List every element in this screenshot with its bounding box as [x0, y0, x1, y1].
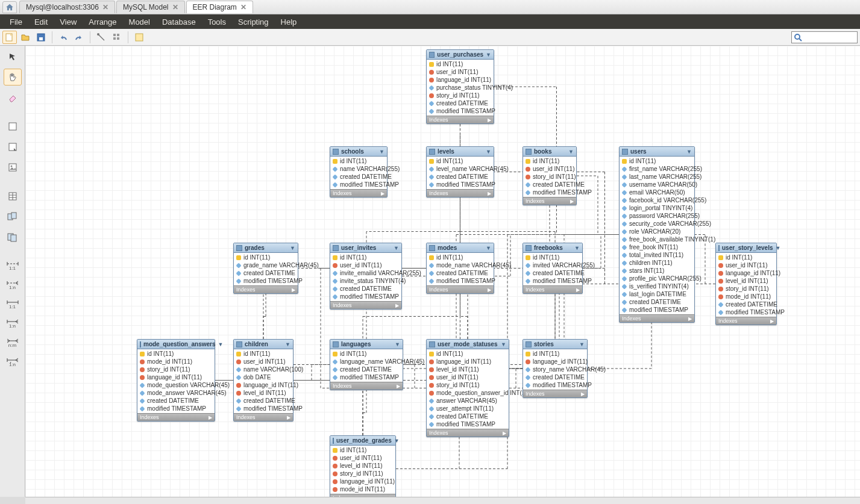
- chevron-down-icon[interactable]: ▼: [568, 149, 574, 155]
- column-row[interactable]: modified TIMESTAMP: [716, 308, 776, 316]
- entity-header[interactable]: mode_question_answers▼: [137, 340, 215, 349]
- rel-1-n-tool[interactable]: 1:n: [4, 277, 22, 293]
- column-row[interactable]: level_id INT(11): [716, 277, 776, 285]
- column-row[interactable]: total_invited INT(11): [620, 251, 694, 259]
- entity-modes[interactable]: modes▼id INT(11)mode_name VARCHAR(45)cre…: [426, 243, 494, 294]
- menu-file[interactable]: File: [5, 16, 27, 28]
- column-row[interactable]: story_name VARCHAR(45): [523, 366, 587, 373]
- entity-header[interactable]: schools▼: [330, 147, 387, 157]
- indexes-section[interactable]: Indexes▶: [523, 390, 587, 397]
- menu-edit[interactable]: Edit: [30, 16, 52, 28]
- column-row[interactable]: id INT(11): [427, 60, 494, 68]
- rel-1-1-tool[interactable]: 1:1: [4, 258, 22, 273]
- column-row[interactable]: created DATETIME: [523, 269, 582, 277]
- horizontal-scrollbar[interactable]: [25, 497, 860, 504]
- new-file-button[interactable]: [2, 31, 17, 44]
- indexes-section[interactable]: Indexes▶: [523, 197, 576, 205]
- entity-grades[interactable]: grades▼id INT(11)grade_name VARCHAR(45)c…: [233, 243, 298, 294]
- column-row[interactable]: modified TIMESTAMP: [137, 405, 215, 412]
- column-row[interactable]: user_id INT(11): [716, 261, 776, 269]
- image-tool[interactable]: [4, 159, 22, 176]
- column-row[interactable]: level_id INT(11): [427, 366, 509, 373]
- column-row[interactable]: modified TIMESTAMP: [523, 277, 582, 285]
- column-row[interactable]: modified TIMESTAMP: [620, 306, 694, 314]
- indexes-section[interactable]: Indexes▶: [523, 285, 582, 293]
- menu-database[interactable]: Database: [157, 16, 201, 28]
- entity-header[interactable]: user_mode_statuses▼: [427, 340, 509, 349]
- entity-mode_question_answers[interactable]: mode_question_answers▼id INT(11)mode_id …: [137, 339, 215, 422]
- indexes-section[interactable]: Indexes▶: [427, 285, 494, 293]
- column-row[interactable]: created DATETIME: [330, 366, 403, 373]
- column-row[interactable]: story_id INT(11): [427, 381, 509, 389]
- eraser-tool[interactable]: [4, 89, 22, 106]
- tab-0[interactable]: Mysql@localhost:3306✕: [19, 1, 115, 13]
- column-row[interactable]: language_id INT(11): [523, 358, 587, 366]
- column-row[interactable]: purchase_status TINYINT(4): [427, 84, 494, 92]
- entity-header[interactable]: books▼: [523, 147, 576, 157]
- table-tool[interactable]: [4, 188, 22, 205]
- entity-header[interactable]: user_mode_grades▼: [330, 436, 395, 446]
- chevron-down-icon[interactable]: ▼: [574, 245, 580, 251]
- entity-stories[interactable]: stories▼id INT(11)language_id INT(11)sto…: [523, 339, 588, 398]
- entity-languages[interactable]: languages▼id INT(11)language_name VARCHA…: [330, 339, 403, 390]
- column-row[interactable]: id INT(11): [523, 254, 582, 261]
- column-row[interactable]: last_login DATETIME: [620, 290, 694, 298]
- entity-levels[interactable]: levels▼id INT(11)level_name VARCHAR(45)c…: [426, 146, 494, 198]
- column-row[interactable]: invited VARCHAR(255): [523, 261, 582, 269]
- tab-2[interactable]: EER Diagram✕: [186, 1, 253, 13]
- column-row[interactable]: grade_name VARCHAR(45): [234, 261, 298, 269]
- column-row[interactable]: id INT(11): [427, 350, 509, 358]
- column-row[interactable]: created DATETIME: [234, 269, 298, 277]
- column-row[interactable]: created DATETIME: [523, 373, 587, 381]
- save-file-button[interactable]: [34, 31, 48, 44]
- indexes-section[interactable]: Indexes▶: [137, 413, 215, 421]
- column-row[interactable]: id INT(11): [716, 254, 776, 261]
- entity-header[interactable]: children▼: [234, 340, 293, 349]
- column-row[interactable]: last_name VARCHAR(255): [620, 173, 694, 181]
- column-row[interactable]: created DATETIME: [330, 173, 387, 181]
- column-row[interactable]: children INT(11): [620, 259, 694, 267]
- column-row[interactable]: language_name VARCHAR(45): [330, 358, 403, 366]
- close-icon[interactable]: ✕: [240, 3, 246, 11]
- column-row[interactable]: created DATETIME: [427, 269, 494, 277]
- column-row[interactable]: created DATETIME: [427, 412, 509, 420]
- entity-header[interactable]: modes▼: [427, 243, 494, 253]
- rel-1-nb-tool[interactable]: 1:n: [4, 316, 22, 331]
- column-row[interactable]: mode_question VARCHAR(45): [137, 381, 215, 389]
- column-row[interactable]: email VARCHAR(50): [620, 188, 694, 196]
- open-file-button[interactable]: [18, 31, 33, 44]
- column-row[interactable]: created DATETIME: [427, 99, 494, 107]
- entity-children[interactable]: children▼id INT(11)user_id INT(11)name V…: [233, 339, 293, 422]
- column-row[interactable]: id INT(11): [330, 446, 395, 454]
- entity-schools[interactable]: schools▼id INT(11)name VARCHAR(255)creat…: [330, 146, 388, 198]
- chevron-down-icon[interactable]: ▼: [285, 341, 290, 347]
- menu-scripting[interactable]: Scripting: [233, 16, 274, 28]
- entity-books[interactable]: books▼id INT(11)user_id INT(11)story_id …: [523, 146, 577, 205]
- column-row[interactable]: login_portal TINYINT(4): [620, 204, 694, 212]
- column-row[interactable]: dob DATE: [234, 373, 293, 381]
- column-row[interactable]: id INT(11): [330, 350, 403, 358]
- entity-user_story_levels[interactable]: user_story_levels▼id INT(11)user_id INT(…: [715, 243, 777, 325]
- column-row[interactable]: language_id INT(11): [427, 358, 509, 366]
- toggle-grid-button[interactable]: [94, 31, 108, 44]
- entity-header[interactable]: stories▼: [523, 340, 587, 349]
- column-row[interactable]: created DATETIME: [620, 298, 694, 306]
- entity-header[interactable]: user_invites▼: [330, 243, 401, 253]
- view-tool[interactable]: [4, 208, 22, 225]
- entity-header[interactable]: languages▼: [330, 340, 403, 349]
- column-row[interactable]: story_id INT(11): [427, 92, 494, 99]
- chevron-down-icon[interactable]: ▼: [379, 149, 384, 155]
- column-row[interactable]: mode_id INT(11): [137, 358, 215, 366]
- column-row[interactable]: level_id INT(11): [234, 389, 293, 397]
- indexes-section[interactable]: Indexes▶: [330, 301, 401, 309]
- chevron-down-icon[interactable]: ▼: [290, 245, 295, 251]
- indexes-section[interactable]: Indexes▶: [234, 285, 298, 293]
- column-row[interactable]: id INT(11): [330, 157, 387, 165]
- rel-1-1b-tool[interactable]: 1:1: [4, 296, 22, 312]
- column-row[interactable]: language_id INT(11): [234, 381, 293, 389]
- column-row[interactable]: modified TIMESTAMP: [523, 188, 576, 196]
- column-row[interactable]: password VARCHAR(255): [620, 212, 694, 220]
- routine-tool[interactable]: [4, 229, 22, 246]
- column-row[interactable]: is_verified TINYINT(4): [620, 282, 694, 290]
- indexes-section[interactable]: Indexes▶: [234, 413, 293, 421]
